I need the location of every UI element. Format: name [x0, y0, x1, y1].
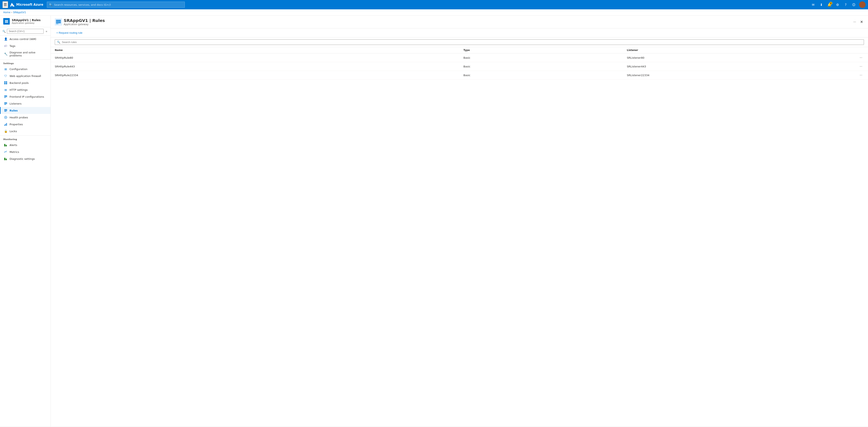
search-bar: 🔍	[55, 39, 864, 45]
diagnostic-settings-icon	[4, 157, 7, 161]
sidebar-header: SRAppGV1 | Rules Application gateway	[0, 16, 51, 27]
alerts-icon	[4, 143, 7, 147]
breadcrumb-separator: ›	[11, 11, 12, 14]
svg-rect-14	[4, 104, 6, 105]
row-actions-cell: ···	[827, 62, 868, 71]
content-title-area: SRAppGV1 | Rules Application gateway	[55, 18, 105, 26]
svg-rect-23	[4, 144, 5, 146]
sidebar-item-configuration[interactable]: ≡ Configuration	[0, 65, 51, 73]
breadcrumb-resource[interactable]: SRAppGV1	[13, 11, 26, 14]
notification-icon-btn[interactable]: 🔔 4	[826, 1, 833, 8]
sidebar-item-rules[interactable]: Rules	[0, 107, 51, 114]
svg-rect-22	[6, 123, 7, 126]
azure-logo-text: Microsoft Azure	[16, 3, 43, 6]
rule-listener: SRListener22334	[623, 71, 827, 80]
feedback-icon-btn[interactable]: 😊	[850, 1, 858, 8]
sidebar-item-backend-pools[interactable]: Backend pools	[0, 79, 51, 86]
row-more-button[interactable]: ···	[858, 55, 864, 60]
table-header: Name Type Listener	[51, 47, 868, 53]
svg-rect-25	[4, 158, 5, 160]
resource-icon	[3, 18, 10, 25]
sidebar-item-label: Rules	[9, 109, 18, 112]
sidebar-item-diagnose[interactable]: 🔧 Diagnose and solve problems	[0, 49, 51, 59]
main-layout: SRAppGV1 | Rules Application gateway 🔍 «…	[0, 16, 868, 427]
frontend-ip-icon	[4, 95, 7, 98]
properties-icon	[4, 122, 7, 126]
rule-type: Basic	[460, 62, 623, 71]
notification-badge: 4	[830, 2, 832, 5]
table-row: SRHttpRule443 Basic SRListener443 ···	[51, 62, 868, 71]
health-probes-icon	[4, 116, 7, 119]
sidebar-item-frontend-ip[interactable]: Frontend IP configurations	[0, 93, 51, 100]
sidebar-item-diagnostic-settings[interactable]: Diagnostic settings	[0, 155, 51, 162]
sidebar-item-label: Configuration	[9, 67, 27, 70]
user-avatar[interactable]	[859, 1, 866, 8]
row-more-button[interactable]: ···	[858, 64, 864, 68]
gateway-resource-icon	[55, 18, 62, 26]
sidebar-item-access-control[interactable]: 👤 Access control (IAM)	[0, 35, 51, 42]
settings-icon-btn[interactable]: ⚙	[834, 1, 841, 8]
search-placeholder-text: Search resources, services, and docs (G+…	[54, 3, 111, 6]
sidebar-item-waf[interactable]: 🛡 Web application firewall	[0, 73, 51, 79]
backend-pools-icon	[4, 81, 7, 85]
content-header-actions: ··· ✕	[852, 19, 864, 25]
content-area: SRAppGV1 | Rules Application gateway ···…	[51, 16, 868, 427]
svg-rect-30	[56, 22, 61, 23]
table-row: SRHttpRule80 Basic SRListener80 ···	[51, 53, 868, 62]
download-icon-btn[interactable]: ⬇	[818, 1, 825, 8]
listeners-icon	[4, 102, 7, 105]
svg-rect-9	[4, 95, 7, 96]
rule-listener: SRListener443	[623, 62, 827, 71]
sidebar-item-label: Backend pools	[9, 81, 29, 84]
col-actions	[827, 47, 868, 53]
svg-rect-12	[4, 102, 7, 103]
sidebar-item-label: Health probes	[9, 116, 28, 119]
col-name: Name	[51, 47, 460, 53]
add-routing-rule-button[interactable]: + Request routing rule	[55, 30, 84, 35]
topbar: ☰ Microsoft Azure 🔍 Search resources, se…	[0, 0, 868, 9]
sidebar-item-tags[interactable]: 🏷 Tags	[0, 42, 51, 49]
sidebar-item-label: Tags	[9, 45, 16, 48]
search-rules-input[interactable]	[62, 40, 862, 44]
breadcrumb-home[interactable]: Home	[3, 11, 10, 14]
global-search[interactable]: 🔍 Search resources, services, and docs (…	[47, 2, 185, 8]
page-subtitle: Application gateway	[64, 23, 105, 26]
svg-rect-7	[4, 83, 5, 84]
http-settings-icon: ≡	[4, 88, 7, 92]
sidebar-item-health-probes[interactable]: Health probes	[0, 114, 51, 121]
sidebar-search-input[interactable]	[7, 29, 43, 34]
sidebar-item-label: Frontend IP configurations	[9, 95, 44, 98]
search-icon: 🔍	[49, 3, 52, 6]
shield-icon: 🛡	[4, 74, 7, 78]
sidebar-item-locks[interactable]: 🔒 Locks	[0, 128, 51, 135]
close-button[interactable]: ✕	[859, 19, 864, 25]
email-icon-btn[interactable]: ✉	[810, 1, 817, 8]
sidebar-item-label: Locks	[9, 130, 17, 133]
sidebar-item-http-settings[interactable]: ≡ HTTP settings	[0, 86, 51, 93]
sidebar-title-area: SRAppGV1 | Rules Application gateway	[12, 19, 40, 24]
topbar-icons: ✉ ⬇ 🔔 4 ⚙ ? 😊	[810, 1, 866, 8]
svg-rect-3	[5, 21, 8, 22]
row-more-button[interactable]: ···	[858, 73, 864, 77]
svg-marker-1	[10, 3, 13, 6]
sidebar-item-listeners[interactable]: Listeners	[0, 100, 51, 107]
svg-rect-24	[6, 145, 7, 146]
content-resource-icon	[55, 18, 62, 26]
sidebar-item-label: Web application firewall	[9, 75, 41, 78]
col-type: Type	[460, 47, 623, 53]
svg-rect-4	[5, 22, 8, 23]
svg-rect-5	[4, 81, 5, 83]
sidebar-item-alerts[interactable]: Alerts	[0, 142, 51, 148]
row-actions-cell: ···	[827, 71, 868, 80]
sidebar-collapse-button[interactable]: «	[45, 29, 48, 34]
more-options-button[interactable]: ···	[852, 19, 858, 25]
hamburger-menu[interactable]: ☰	[2, 1, 8, 8]
sidebar-item-metrics[interactable]: Metrics	[0, 148, 51, 155]
sidebar-item-label: Listeners	[9, 102, 22, 105]
sidebar-resource-type: Application gateway	[12, 22, 40, 24]
help-icon-btn[interactable]: ?	[842, 1, 849, 8]
azure-logo: Microsoft Azure	[10, 2, 43, 7]
sidebar-item-label: Metrics	[9, 150, 19, 153]
svg-rect-8	[6, 83, 7, 84]
sidebar-item-properties[interactable]: Properties	[0, 121, 51, 128]
